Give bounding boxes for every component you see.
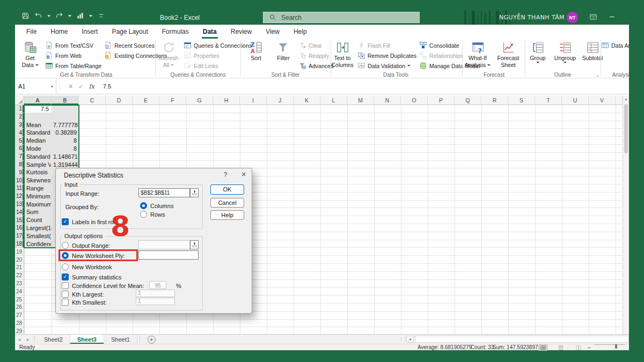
row-header-29[interactable]: 29: [15, 327, 24, 334]
row-header-17[interactable]: 17: [15, 232, 24, 240]
undo-dropdown-icon[interactable]: [47, 15, 50, 17]
cell-a7[interactable]: Standard D: [25, 153, 51, 161]
column-header-e[interactable]: E: [133, 95, 159, 105]
cell-a14[interactable]: Sum: [25, 208, 51, 216]
dialog-launcher-icon[interactable]: ⌟: [596, 72, 598, 77]
cell-a9[interactable]: Kurtosis: [25, 168, 51, 176]
row-header-16[interactable]: 16: [15, 224, 24, 232]
formula-input[interactable]: 7.5: [99, 83, 111, 90]
summary-statistics-label[interactable]: Summary statistics: [72, 274, 121, 280]
kth-largest-checkbox[interactable]: [62, 291, 69, 298]
column-header-i[interactable]: I: [240, 95, 267, 105]
column-header-r[interactable]: R: [481, 95, 508, 105]
vscroll-thumb[interactable]: [624, 104, 628, 153]
ribbon-tab-insert[interactable]: Insert: [75, 25, 105, 39]
ungroup-button[interactable]: Ungroup: [553, 40, 577, 63]
cell-a13[interactable]: Maximum: [25, 201, 51, 209]
cell-a3[interactable]: Mean: [25, 121, 51, 129]
row-header-19[interactable]: 19: [15, 248, 24, 256]
ribbon-tab-home[interactable]: Home: [43, 25, 75, 39]
get-data-button[interactable]: GetData: [18, 40, 42, 68]
output-range-radio[interactable]: [62, 242, 69, 249]
redo-icon[interactable]: [55, 12, 63, 20]
confidence-level-label[interactable]: Confidence Level for Mean:: [72, 283, 144, 289]
row-header-18[interactable]: 18: [15, 240, 24, 248]
cell-b5[interactable]: 8: [52, 137, 78, 145]
cancel-button[interactable]: Cancel: [210, 198, 244, 208]
group-button[interactable]: Group: [525, 40, 550, 63]
row-header-21[interactable]: 21: [15, 264, 24, 272]
filter-button[interactable]: Filter: [271, 40, 296, 61]
enter-formula-icon[interactable]: ✓: [78, 83, 83, 90]
new-worksheet-ply-field[interactable]: [138, 250, 199, 260]
row-header-25[interactable]: 25: [15, 295, 24, 304]
kth-largest-label[interactable]: Kth Largest:: [72, 291, 104, 298]
column-header-k[interactable]: K: [294, 95, 320, 105]
column-header-c[interactable]: C: [79, 95, 106, 105]
row-header-5[interactable]: 5: [15, 137, 24, 145]
column-header-o[interactable]: O: [401, 95, 428, 105]
redo-dropdown-icon[interactable]: [68, 15, 71, 17]
row-header-22[interactable]: 22: [15, 272, 24, 280]
ribbon-tab-formulas[interactable]: Formulas: [155, 25, 196, 39]
ribbon-tab-file[interactable]: File: [19, 25, 43, 39]
column-header-n[interactable]: N: [374, 95, 401, 105]
sheet-nav-left-icon[interactable]: ◂: [15, 335, 24, 344]
input-range-field[interactable]: $B$2:$B$11: [138, 188, 190, 197]
row-header-13[interactable]: 13: [15, 201, 24, 209]
page-layout-view-icon[interactable]: [556, 344, 566, 351]
chart-dropdown-icon[interactable]: [89, 15, 92, 17]
minimize-icon[interactable]: [608, 13, 616, 21]
rows-radio-label[interactable]: Rows: [150, 211, 165, 218]
cancel-formula-icon[interactable]: ✕: [68, 83, 73, 90]
formula-bar-splitter-icon[interactable]: ⋮: [56, 84, 64, 90]
columns-radio[interactable]: [140, 202, 147, 209]
what-if-analysis-button[interactable]: ?What-IfAnalysis: [464, 40, 492, 68]
row-header-7[interactable]: 7: [15, 153, 24, 161]
row-header-23[interactable]: 23: [15, 280, 24, 288]
forecast-sheet-button[interactable]: ForecastSheet: [494, 40, 522, 68]
scroll-up-icon[interactable]: ▲: [623, 97, 629, 101]
cell-a12[interactable]: Minimum: [25, 193, 51, 201]
clear-button[interactable]: Clear: [298, 41, 334, 49]
data-analysis-button[interactable]: Data Analysis: [601, 41, 629, 49]
vertical-scrollbar[interactable]: ▲: [623, 95, 629, 334]
from-text-csv-button[interactable]: From Text/CSV: [45, 41, 101, 49]
chart-icon[interactable]: [76, 12, 84, 20]
cell-a18[interactable]: Confidenc: [25, 240, 51, 248]
search-input[interactable]: Search: [263, 12, 420, 23]
ribbon-display-options-icon[interactable]: [589, 13, 597, 21]
row-header-6[interactable]: 6: [15, 145, 24, 153]
remove-duplicates-button[interactable]: Remove Duplicates: [357, 51, 416, 60]
column-header-m[interactable]: M: [347, 95, 374, 105]
reapply-button[interactable]: Reapply: [298, 51, 334, 60]
column-header-b[interactable]: B: [52, 95, 79, 105]
cell-a8[interactable]: Sample Va: [25, 161, 51, 169]
row-header-8[interactable]: 8: [15, 161, 24, 169]
save-icon[interactable]: [21, 12, 30, 20]
column-header-h[interactable]: H: [213, 95, 240, 105]
labels-first-row-checkbox[interactable]: [62, 218, 69, 225]
new-workbook-radio[interactable]: [62, 263, 69, 270]
cell-b3[interactable]: 7.777778: [52, 121, 78, 129]
customize-quick-access-icon[interactable]: [97, 12, 105, 20]
dialog-help-icon[interactable]: ?: [221, 171, 230, 179]
confidence-level-checkbox[interactable]: [62, 282, 69, 289]
sheet-nav-right-icon[interactable]: ▸: [24, 335, 32, 344]
row-header-2[interactable]: 2: [15, 113, 24, 121]
select-all-corner[interactable]: [15, 95, 24, 105]
row-header-28[interactable]: 28: [15, 320, 24, 328]
zoom-slider-track[interactable]: [594, 344, 625, 345]
input-range-picker-icon[interactable]: [190, 188, 199, 197]
sheet-tab-sheet2[interactable]: Sheet2: [37, 335, 70, 344]
name-box-dropdown-icon[interactable]: ▾: [51, 84, 53, 89]
ribbon-tab-review[interactable]: Review: [224, 25, 259, 39]
rows-radio[interactable]: [140, 211, 147, 218]
row-header-14[interactable]: 14: [15, 208, 24, 216]
confidence-level-field[interactable]: 95: [149, 281, 166, 289]
avatar[interactable]: NT: [567, 12, 578, 23]
column-header-s[interactable]: S: [508, 95, 535, 105]
row-header-1[interactable]: 1: [15, 105, 24, 113]
undo-icon[interactable]: [34, 12, 42, 20]
user-name[interactable]: NGUYỄN THANH TÂM: [499, 14, 562, 21]
